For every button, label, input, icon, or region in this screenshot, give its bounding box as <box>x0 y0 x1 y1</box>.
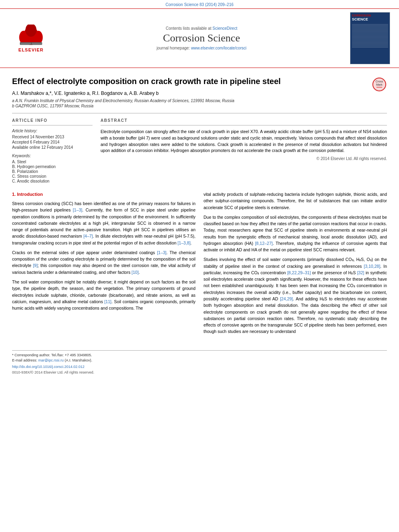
intro-para-1: Stress corrosion cracking (SCC) has been… <box>12 200 195 246</box>
elsevier-tree-icon <box>15 25 47 47</box>
kw-polarization: B. Polarization <box>12 169 93 174</box>
publisher-logo: ELSEVIER <box>5 25 57 52</box>
ref-1-3-8[interactable]: [1–3,8] <box>177 240 190 245</box>
history-label: Article history: <box>12 129 93 133</box>
kw-steel: A. Steel <box>12 160 93 164</box>
sciencedirect-link[interactable]: ScienceDirect <box>212 26 237 31</box>
kw-stress: C. Stress corrosion <box>12 174 93 179</box>
cover-science-label: SCIENCE <box>352 18 388 22</box>
intro-para-2: Cracks on the external sides of pipe app… <box>12 249 195 275</box>
header-divider <box>12 113 387 113</box>
intro-section-title: 1. Introduction <box>12 191 195 198</box>
body-left-col: 1. Introduction Stress corrosion crackin… <box>12 191 195 338</box>
received-date: Received 14 November 2013 <box>12 135 93 139</box>
elsevier-logo: ELSEVIER <box>15 25 47 52</box>
svg-rect-8 <box>32 42 42 44</box>
email-label: E-mail address: <box>12 358 37 362</box>
journal-header: ELSEVIER Contents lists available at Sci… <box>0 8 399 68</box>
homepage-link[interactable]: www.elsevier.com/locate/corsci <box>191 46 247 50</box>
body-right-col: vital activity products of sulphate-redu… <box>204 191 387 338</box>
citation-text: Corrosion Science 83 (2014) 209–216 <box>166 2 234 7</box>
abstract-text: Electrolyte composition can strongly aff… <box>101 129 387 154</box>
cover-corrosion-label: CORROSION <box>352 14 388 17</box>
abstract-title: ABSTRACT <box>101 118 387 123</box>
footer-copyright: 0010-938X/© 2014 Elsevier Ltd. All right… <box>12 370 387 374</box>
kw-hydrogen: B. Hydrogen permeation <box>12 164 93 169</box>
copyright-notice: © 2014 Elsevier Ltd. All rights reserved… <box>101 156 387 161</box>
right-para-1: vital activity products of sulphate-redu… <box>204 191 387 211</box>
article-info-col: ARTICLE INFO Article history: Received 1… <box>12 118 93 184</box>
journal-homepage: journal homepage: www.elsevier.com/locat… <box>61 46 342 50</box>
crossmark-logo[interactable]: Cross Mark <box>372 77 387 93</box>
article-info-title: ARTICLE INFO <box>12 118 93 123</box>
info-abstract-section: ARTICLE INFO Article history: Received 1… <box>12 118 387 184</box>
article-container: Cross Mark Effect of electrolyte composi… <box>0 68 399 346</box>
article-title: Effect of electrolyte composition on cra… <box>12 76 387 86</box>
accepted-date: Accepted 6 February 2014 <box>12 140 93 144</box>
authors-line: A.I. Marshakov a,*, V.E. Ignatenko a, R.… <box>12 90 387 96</box>
ref-8-22-29-31[interactable]: [8,22,29–31] <box>287 270 311 275</box>
ref-10[interactable]: [10] <box>132 270 139 275</box>
authors-text: A.I. Marshakov a,*, V.E. Ignatenko a, R.… <box>12 90 158 96</box>
cover-decoration <box>352 24 388 62</box>
ref-3-10-28[interactable]: [3,10,28] <box>364 264 380 269</box>
ref-24-29[interactable]: [24,29] <box>280 296 293 301</box>
ref-8-12-27[interactable]: [8,12–27] <box>255 241 273 246</box>
journal-info-center: Contents lists available at ScienceDirec… <box>61 26 342 50</box>
doi-link[interactable]: http://dx.doi.org/10.1016/j.corsci.2014.… <box>12 365 84 369</box>
intro-para-3: The soil water composition might be nota… <box>12 279 195 311</box>
available-date: Available online 12 February 2014 <box>12 145 93 150</box>
email-name: (A.I. Marshakov). <box>65 358 93 362</box>
ref-1-3b[interactable]: [1–3] <box>157 250 166 255</box>
ref-9[interactable]: [9] <box>33 263 38 268</box>
journal-cover: CORROSION SCIENCE <box>350 12 390 64</box>
footer-area: * Corresponding author. Tel./fax: +7 495… <box>12 350 387 378</box>
ref-4-7[interactable]: [4–7] <box>83 234 93 238</box>
email-link[interactable]: mar@ipc.rssi.ru <box>38 358 64 362</box>
kw-anodic: C. Anodic dissolution <box>12 179 93 183</box>
contents-line: Contents lists available at ScienceDirec… <box>61 26 342 31</box>
citation-bar: Corrosion Science 83 (2014) 209–216 <box>0 0 399 8</box>
ref-1-3[interactable]: [1–3] <box>73 207 82 212</box>
footnote-star: * Corresponding author. Tel./fax: +7 495… <box>12 353 387 357</box>
journal-title: Corrosion Science <box>61 32 342 44</box>
svg-text:Mark: Mark <box>376 83 383 86</box>
info-divider <box>12 125 93 125</box>
affiliation-a: a A.N. Frumkin Institute of Physical Che… <box>12 99 387 103</box>
affiliation-b: b GAZPROM OJSC, 117997 Moscow, Russia <box>12 104 387 108</box>
keywords-label: Keywords: <box>12 154 93 158</box>
right-para-2: Due to the complex composition of soil e… <box>204 214 387 253</box>
email-footnote: E-mail address: mar@ipc.rssi.ru (A.I. Ma… <box>12 358 387 362</box>
right-para-3: Studies involving the effect of soil wat… <box>204 256 387 335</box>
svg-text:Cross: Cross <box>376 80 383 83</box>
crossmark-icon: Cross Mark <box>372 77 387 92</box>
ref-32[interactable]: [32] <box>357 270 364 275</box>
journal-cover-image: CORROSION SCIENCE <box>346 12 394 64</box>
footer-links: http://dx.doi.org/10.1016/j.corsci.2014.… <box>12 365 387 369</box>
svg-rect-7 <box>21 42 31 44</box>
abstract-col: ABSTRACT Electrolyte composition can str… <box>101 118 387 184</box>
elsevier-wordmark: ELSEVIER <box>19 47 43 52</box>
abstract-divider <box>101 125 387 125</box>
ref-11[interactable]: [11] <box>105 299 112 304</box>
body-columns: 1. Introduction Stress corrosion crackin… <box>12 191 387 338</box>
